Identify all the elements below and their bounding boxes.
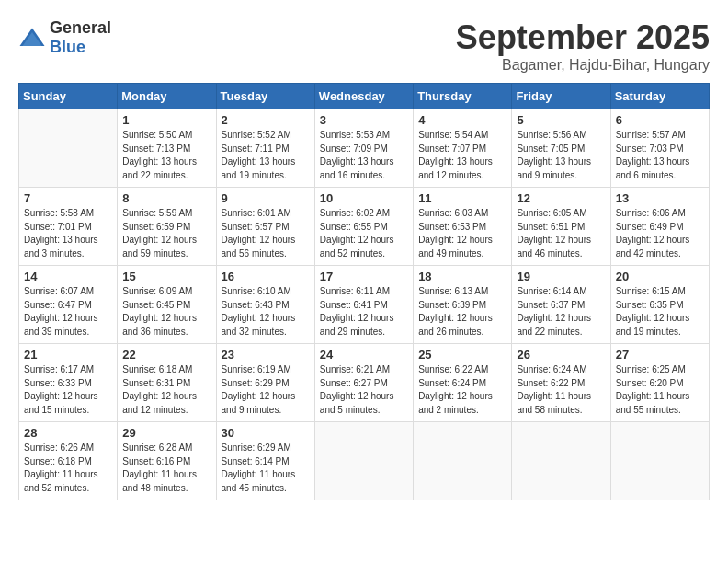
calendar-cell: 20Sunrise: 6:15 AM Sunset: 6:35 PM Dayli… <box>610 266 709 344</box>
logo-text: General Blue <box>50 18 111 57</box>
calendar-cell: 16Sunrise: 6:10 AM Sunset: 6:43 PM Dayli… <box>216 266 314 344</box>
calendar-table: SundayMondayTuesdayWednesdayThursdayFrid… <box>18 83 710 500</box>
column-header-saturday: Saturday <box>610 84 709 109</box>
day-number: 9 <box>222 191 310 205</box>
day-info: Sunrise: 5:58 AM Sunset: 7:01 PM Dayligh… <box>24 207 112 260</box>
day-info: Sunrise: 6:26 AM Sunset: 6:18 PM Dayligh… <box>24 442 112 495</box>
day-info: Sunrise: 6:17 AM Sunset: 6:33 PM Dayligh… <box>24 363 112 417</box>
logo-general: General <box>50 18 111 37</box>
calendar-cell: 30Sunrise: 6:29 AM Sunset: 6:14 PM Dayli… <box>216 422 314 500</box>
day-number: 23 <box>222 348 310 362</box>
logo-blue: Blue <box>50 38 85 56</box>
calendar-week-row: 1Sunrise: 5:50 AM Sunset: 7:13 PM Daylig… <box>19 109 710 188</box>
calendar-cell: 24Sunrise: 6:21 AM Sunset: 6:27 PM Dayli… <box>314 344 413 422</box>
calendar-week-row: 14Sunrise: 6:07 AM Sunset: 6:47 PM Dayli… <box>19 266 710 344</box>
day-info: Sunrise: 6:28 AM Sunset: 6:16 PM Dayligh… <box>122 442 210 495</box>
calendar-week-row: 21Sunrise: 6:17 AM Sunset: 6:33 PM Dayli… <box>19 344 710 422</box>
day-number: 26 <box>517 348 605 362</box>
calendar-cell: 22Sunrise: 6:18 AM Sunset: 6:31 PM Dayli… <box>118 344 216 422</box>
day-info: Sunrise: 5:57 AM Sunset: 7:03 PM Dayligh… <box>616 129 704 182</box>
day-info: Sunrise: 6:10 AM Sunset: 6:43 PM Dayligh… <box>222 285 310 339</box>
day-number: 7 <box>24 191 112 205</box>
calendar-cell: 5Sunrise: 5:56 AM Sunset: 7:05 PM Daylig… <box>512 109 610 188</box>
day-number: 14 <box>24 270 112 283</box>
day-info: Sunrise: 6:29 AM Sunset: 6:14 PM Dayligh… <box>222 442 310 495</box>
day-number: 8 <box>122 191 210 205</box>
calendar-cell: 12Sunrise: 6:05 AM Sunset: 6:51 PM Dayli… <box>512 188 610 266</box>
day-number: 15 <box>122 270 210 283</box>
day-number: 6 <box>616 113 704 127</box>
calendar-cell: 4Sunrise: 5:54 AM Sunset: 7:07 PM Daylig… <box>414 109 512 188</box>
calendar-cell: 27Sunrise: 6:25 AM Sunset: 6:20 PM Dayli… <box>610 344 709 422</box>
day-number: 13 <box>616 191 704 205</box>
day-number: 28 <box>24 426 112 440</box>
calendar-cell: 7Sunrise: 5:58 AM Sunset: 7:01 PM Daylig… <box>19 188 118 266</box>
day-info: Sunrise: 6:06 AM Sunset: 6:49 PM Dayligh… <box>616 207 704 260</box>
calendar-cell: 1Sunrise: 5:50 AM Sunset: 7:13 PM Daylig… <box>118 109 216 188</box>
day-info: Sunrise: 6:13 AM Sunset: 6:39 PM Dayligh… <box>418 285 506 339</box>
day-info: Sunrise: 6:14 AM Sunset: 6:37 PM Dayligh… <box>517 285 605 339</box>
day-info: Sunrise: 6:07 AM Sunset: 6:47 PM Dayligh… <box>24 285 112 339</box>
day-info: Sunrise: 6:11 AM Sunset: 6:41 PM Dayligh… <box>320 285 408 339</box>
day-info: Sunrise: 6:18 AM Sunset: 6:31 PM Dayligh… <box>122 363 210 417</box>
column-header-tuesday: Tuesday <box>216 84 314 109</box>
calendar-cell: 8Sunrise: 5:59 AM Sunset: 6:59 PM Daylig… <box>118 188 216 266</box>
calendar-cell <box>512 422 610 500</box>
day-number: 2 <box>222 113 310 127</box>
calendar-week-row: 28Sunrise: 6:26 AM Sunset: 6:18 PM Dayli… <box>19 422 710 500</box>
calendar-cell: 14Sunrise: 6:07 AM Sunset: 6:47 PM Dayli… <box>19 266 118 344</box>
logo-icon <box>18 27 46 49</box>
column-header-monday: Monday <box>118 84 216 109</box>
day-number: 18 <box>418 270 506 283</box>
calendar-cell: 9Sunrise: 6:01 AM Sunset: 6:57 PM Daylig… <box>216 188 314 266</box>
calendar-cell: 25Sunrise: 6:22 AM Sunset: 6:24 PM Dayli… <box>414 344 512 422</box>
day-number: 16 <box>222 270 310 283</box>
day-info: Sunrise: 6:15 AM Sunset: 6:35 PM Dayligh… <box>616 285 704 339</box>
calendar-cell: 15Sunrise: 6:09 AM Sunset: 6:45 PM Dayli… <box>118 266 216 344</box>
calendar-cell: 13Sunrise: 6:06 AM Sunset: 6:49 PM Dayli… <box>610 188 709 266</box>
calendar-cell: 17Sunrise: 6:11 AM Sunset: 6:41 PM Dayli… <box>314 266 413 344</box>
logo: General Blue <box>18 18 111 57</box>
day-number: 1 <box>122 113 210 127</box>
calendar-cell: 28Sunrise: 6:26 AM Sunset: 6:18 PM Dayli… <box>19 422 118 500</box>
day-info: Sunrise: 5:56 AM Sunset: 7:05 PM Dayligh… <box>517 129 605 182</box>
calendar-cell <box>19 109 118 188</box>
calendar-cell: 6Sunrise: 5:57 AM Sunset: 7:03 PM Daylig… <box>610 109 709 188</box>
column-header-thursday: Thursday <box>414 84 512 109</box>
day-number: 5 <box>517 113 605 127</box>
day-number: 11 <box>418 191 506 205</box>
calendar-cell: 10Sunrise: 6:02 AM Sunset: 6:55 PM Dayli… <box>314 188 413 266</box>
day-number: 3 <box>320 113 408 127</box>
calendar-cell <box>414 422 512 500</box>
day-number: 4 <box>418 113 506 127</box>
calendar-cell: 23Sunrise: 6:19 AM Sunset: 6:29 PM Dayli… <box>216 344 314 422</box>
day-info: Sunrise: 6:05 AM Sunset: 6:51 PM Dayligh… <box>517 207 605 260</box>
month-title: September 2025 <box>456 18 710 57</box>
day-info: Sunrise: 5:59 AM Sunset: 6:59 PM Dayligh… <box>122 207 210 260</box>
day-number: 10 <box>320 191 408 205</box>
day-info: Sunrise: 6:02 AM Sunset: 6:55 PM Dayligh… <box>320 207 408 260</box>
calendar-header-row: SundayMondayTuesdayWednesdayThursdayFrid… <box>19 84 710 109</box>
day-info: Sunrise: 6:03 AM Sunset: 6:53 PM Dayligh… <box>418 207 506 260</box>
day-info: Sunrise: 6:22 AM Sunset: 6:24 PM Dayligh… <box>418 363 506 417</box>
day-info: Sunrise: 6:21 AM Sunset: 6:27 PM Dayligh… <box>320 363 408 417</box>
title-block: September 2025 Bagamer, Hajdu-Bihar, Hun… <box>456 18 710 74</box>
calendar-cell: 11Sunrise: 6:03 AM Sunset: 6:53 PM Dayli… <box>414 188 512 266</box>
calendar-cell: 26Sunrise: 6:24 AM Sunset: 6:22 PM Dayli… <box>512 344 610 422</box>
day-info: Sunrise: 6:01 AM Sunset: 6:57 PM Dayligh… <box>222 207 310 260</box>
location-title: Bagamer, Hajdu-Bihar, Hungary <box>456 57 710 74</box>
calendar-cell: 3Sunrise: 5:53 AM Sunset: 7:09 PM Daylig… <box>314 109 413 188</box>
day-number: 24 <box>320 348 408 362</box>
calendar-cell <box>610 422 709 500</box>
calendar-week-row: 7Sunrise: 5:58 AM Sunset: 7:01 PM Daylig… <box>19 188 710 266</box>
column-header-sunday: Sunday <box>19 84 118 109</box>
day-number: 27 <box>616 348 704 362</box>
day-number: 12 <box>517 191 605 205</box>
day-number: 29 <box>122 426 210 440</box>
page-header: General Blue September 2025 Bagamer, Haj… <box>18 18 710 74</box>
day-info: Sunrise: 5:50 AM Sunset: 7:13 PM Dayligh… <box>122 129 210 182</box>
calendar-cell: 29Sunrise: 6:28 AM Sunset: 6:16 PM Dayli… <box>118 422 216 500</box>
day-number: 25 <box>418 348 506 362</box>
day-info: Sunrise: 5:54 AM Sunset: 7:07 PM Dayligh… <box>418 129 506 182</box>
day-info: Sunrise: 6:09 AM Sunset: 6:45 PM Dayligh… <box>122 285 210 339</box>
